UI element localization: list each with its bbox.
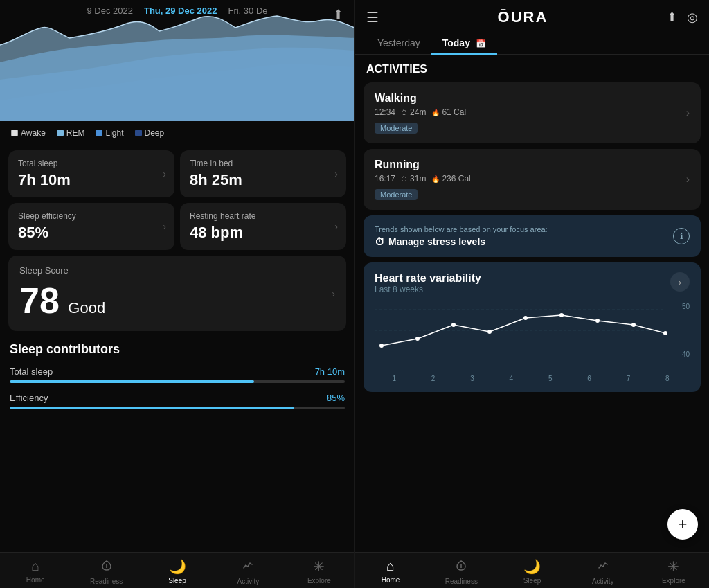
activity-label-left: Activity [237, 578, 260, 585]
left-bottom-nav: ⌂ Home Readiness 🌙 Sleep Activity [0, 552, 354, 588]
running-arrow: › [686, 173, 690, 186]
efficiency-label: Sleep efficiency [18, 211, 165, 221]
hrv-x-7: 7 [609, 375, 647, 382]
hrv-chart: 50 40 [375, 303, 690, 372]
date-next: Fri, 30 De [228, 6, 267, 16]
hrv-title: Heart rate variability [375, 272, 481, 285]
rhr-card[interactable]: Resting heart rate 48 bpm › [180, 203, 346, 250]
running-name: Running [375, 159, 471, 171]
hrv-x-labels: 1 2 3 4 5 6 7 8 [375, 375, 690, 382]
oura-logo: ŌURA [498, 8, 548, 26]
upload-icon[interactable]: ⬆ [667, 10, 677, 25]
legend-light: Light [96, 128, 123, 138]
light-dot [96, 130, 102, 136]
left-nav-sleep[interactable]: 🌙 Sleep [142, 558, 213, 585]
total-sleep-arrow: › [163, 168, 166, 179]
hrv-x-4: 4 [492, 375, 530, 382]
rem-dot [57, 130, 64, 136]
readiness-icon-right [454, 558, 468, 576]
tab-yesterday[interactable]: Yesterday [366, 32, 431, 54]
left-nav-explore[interactable]: ✳ Explore [284, 558, 354, 585]
hrv-x-5: 5 [531, 375, 570, 382]
stress-icon: ⏱ [375, 236, 384, 247]
hrv-y-50: 50 [682, 303, 690, 310]
walking-card[interactable]: Walking 12:34 ⏱ 24m 🔥 61 Cal Moderate › [364, 82, 701, 143]
time-in-bed-arrow: › [334, 168, 338, 179]
score-value: 78 [19, 280, 60, 321]
sleep-chart-svg [0, 10, 354, 121]
hrv-x-6: 6 [570, 375, 609, 382]
right-nav-readiness[interactable]: Readiness [426, 558, 496, 585]
focus-value: ⏱ Manage stress levels [375, 236, 548, 247]
tab-today-label: Today [442, 37, 470, 48]
right-content: ACTIVITIES Walking 12:34 ⏱ 24m 🔥 61 Cal … [355, 55, 709, 552]
total-sleep-value: 7h 10m [18, 171, 165, 189]
walking-calories: 🔥 61 Cal [431, 107, 466, 117]
explore-label-right: Explore [662, 577, 685, 585]
focus-text: Trends shown below are based on your foc… [375, 225, 548, 247]
activity-icon-left [241, 558, 255, 576]
total-sleep-progress-bg [10, 380, 345, 383]
sleep-score-card[interactable]: Sleep Score 78 Good › [8, 256, 346, 331]
activities-section-title: ACTIVITIES [364, 63, 701, 75]
date-prev: 9 Dec 2022 [87, 6, 133, 16]
left-nav-home[interactable]: ⌂ Home [0, 558, 71, 585]
left-nav-readiness[interactable]: Readiness [71, 558, 141, 585]
fire-icon-running: 🔥 [431, 175, 440, 183]
svg-point-8 [559, 313, 564, 317]
total-sleep-label: Total sleep [18, 159, 165, 168]
right-nav-sleep[interactable]: 🌙 Sleep [496, 558, 567, 585]
awake-label: Awake [21, 128, 46, 138]
clock-icon-walking: ⏱ [401, 109, 408, 116]
walking-arrow: › [686, 107, 690, 119]
rhr-value: 48 bpm [190, 224, 336, 242]
calendar-icon: 📅 [476, 39, 486, 48]
explore-icon-left: ✳ [313, 558, 325, 575]
running-time: 16:17 [375, 174, 395, 184]
contributors-section: Sleep contributors Total sleep 7h 10m Ef… [0, 331, 354, 425]
contributor-total-sleep: Total sleep 7h 10m [10, 366, 345, 383]
tab-today[interactable]: Today 📅 [431, 32, 497, 54]
awake-dot [11, 130, 18, 136]
hamburger-icon[interactable]: ☰ [366, 9, 379, 26]
time-in-bed-card[interactable]: Time in bed 8h 25m › [180, 150, 346, 197]
explore-label-left: Explore [307, 577, 331, 585]
svg-point-7 [523, 316, 528, 320]
tab-bar: Yesterday Today 📅 [355, 32, 709, 55]
hrv-card: Heart rate variability Last 8 weeks › [364, 262, 701, 392]
running-card[interactable]: Running 16:17 ⏱ 31m 🔥 236 Cal Moderate › [364, 149, 701, 210]
explore-icon-right: ✳ [667, 558, 679, 575]
time-in-bed-label: Time in bed [190, 159, 336, 168]
contributor-efficiency: Efficiency 85% [10, 393, 345, 409]
home-icon-right: ⌂ [386, 558, 395, 574]
total-sleep-card[interactable]: Total sleep 7h 10m › [8, 150, 174, 197]
rem-label: REM [66, 128, 85, 138]
target-icon[interactable]: ◎ [687, 10, 698, 25]
running-calories: 🔥 236 Cal [431, 174, 470, 184]
hrv-arrow-button[interactable]: › [670, 272, 690, 292]
metrics-grid: Total sleep 7h 10m › Time in bed 8h 25m … [0, 145, 354, 256]
focus-label: Trends shown below are based on your foc… [375, 225, 548, 233]
right-nav-explore[interactable]: ✳ Explore [638, 558, 709, 585]
fab-button[interactable]: + [667, 509, 698, 540]
contributors-title: Sleep contributors [10, 342, 345, 357]
hrv-x-1: 1 [375, 375, 413, 382]
left-nav-activity[interactable]: Activity [213, 558, 283, 585]
efficiency-value: 85% [18, 224, 165, 242]
readiness-icon-left [100, 558, 114, 576]
clock-icon-running: ⏱ [401, 175, 408, 183]
efficiency-progress-bg [10, 407, 345, 409]
hrv-header: Heart rate variability Last 8 weeks › [375, 272, 690, 301]
right-nav-home[interactable]: ⌂ Home [355, 558, 426, 585]
focus-info-icon[interactable]: ℹ [673, 228, 690, 244]
readiness-label-right: Readiness [445, 578, 478, 585]
efficiency-card[interactable]: Sleep efficiency 85% › [8, 203, 174, 250]
legend-awake: Awake [11, 128, 46, 138]
hrv-svg [375, 303, 679, 362]
share-icon[interactable]: ⬆ [333, 7, 343, 22]
contributor-efficiency-val: 85% [327, 393, 345, 403]
tab-yesterday-label: Yesterday [377, 37, 420, 48]
hrv-x-8: 8 [648, 375, 687, 382]
running-details: 16:17 ⏱ 31m 🔥 236 Cal [375, 174, 471, 184]
right-nav-activity[interactable]: Activity [568, 558, 638, 585]
